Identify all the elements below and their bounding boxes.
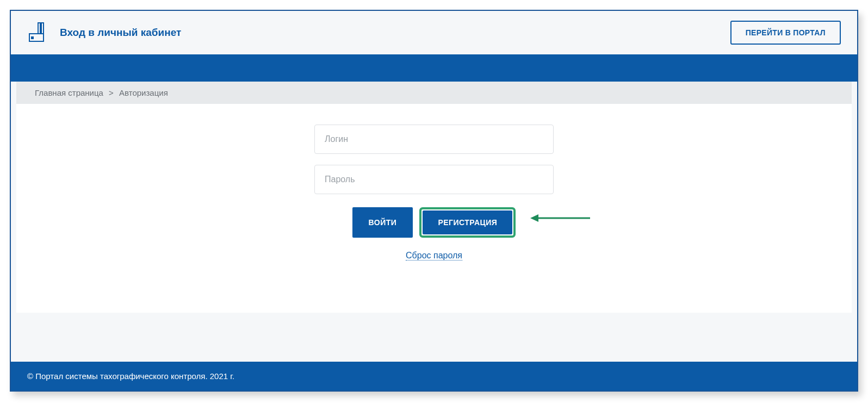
footer-copyright: © Портал системы тахографического контро… <box>27 371 234 381</box>
footer-spacer <box>11 313 857 362</box>
footer: © Портал системы тахографического контро… <box>11 362 857 391</box>
breadcrumb-current: Авторизация <box>119 88 168 97</box>
login-input[interactable] <box>314 125 554 154</box>
breadcrumb-home[interactable]: Главная страница <box>35 88 103 97</box>
content-wrapper: ВОЙТИ РЕГИСТРАЦИЯ Сброс пароля <box>16 104 852 313</box>
login-form: ВОЙТИ РЕГИСТРАЦИЯ Сброс пароля <box>314 125 554 261</box>
reset-password-link[interactable]: Сброс пароля <box>406 251 462 261</box>
breadcrumb-separator: > <box>109 88 114 97</box>
page-title: Вход в личный кабинет <box>60 27 181 39</box>
nav-bar <box>11 54 857 82</box>
register-button[interactable]: РЕГИСТРАЦИЯ <box>423 210 512 234</box>
go-to-portal-button[interactable]: ПЕРЕЙТИ В ПОРТАЛ <box>730 21 841 45</box>
page-frame: Вход в личный кабинет ПЕРЕЙТИ В ПОРТАЛ Г… <box>10 10 858 392</box>
button-row: ВОЙТИ РЕГИСТРАЦИЯ <box>314 207 554 238</box>
register-highlight: РЕГИСТРАЦИЯ <box>419 207 516 238</box>
header-left: Вход в личный кабинет <box>27 21 181 45</box>
factory-icon <box>27 21 49 45</box>
reset-link-row: Сброс пароля <box>314 251 554 261</box>
password-input[interactable] <box>314 165 554 194</box>
svg-rect-3 <box>32 37 33 39</box>
svg-rect-1 <box>38 23 40 34</box>
svg-rect-2 <box>41 23 44 34</box>
breadcrumb: Главная страница > Авторизация <box>16 82 852 104</box>
header: Вход в личный кабинет ПЕРЕЙТИ В ПОРТАЛ <box>11 11 857 54</box>
login-button[interactable]: ВОЙТИ <box>352 207 413 238</box>
